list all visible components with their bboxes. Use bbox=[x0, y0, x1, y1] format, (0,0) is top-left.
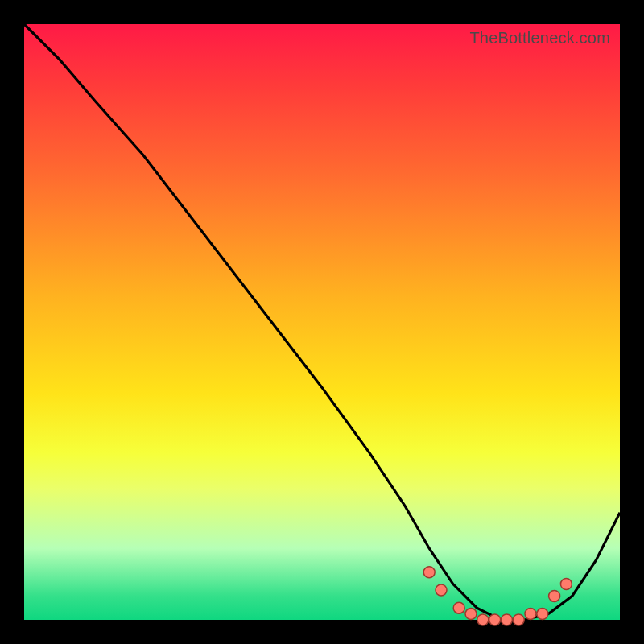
highlight-dot bbox=[513, 614, 524, 625]
highlight-dot bbox=[489, 614, 501, 625]
highlight-dot bbox=[453, 602, 464, 613]
bottleneck-curve bbox=[24, 24, 620, 620]
highlight-dot bbox=[436, 584, 447, 596]
plot-area: TheBottleneck.com bbox=[24, 24, 620, 620]
highlight-dot bbox=[423, 567, 435, 578]
curve-layer bbox=[24, 24, 620, 620]
highlight-dot bbox=[525, 609, 536, 620]
highlight-dot bbox=[501, 614, 512, 625]
highlight-dot bbox=[477, 614, 489, 625]
highlight-dot bbox=[549, 590, 560, 601]
highlight-dot bbox=[465, 609, 477, 620]
highlight-dot bbox=[560, 579, 572, 590]
chart-root: TheBottleneck.com bbox=[0, 0, 644, 644]
highlight-dot bbox=[537, 609, 548, 620]
